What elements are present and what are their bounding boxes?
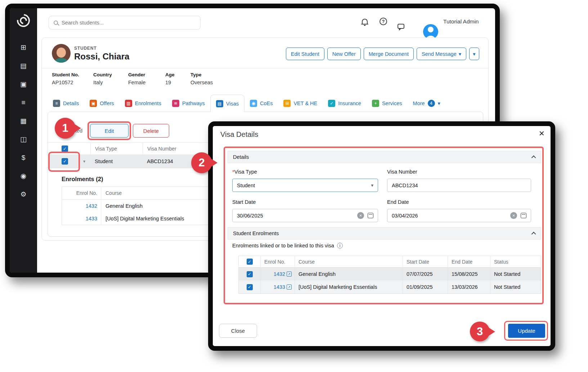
status-cell: Not Started <box>490 281 541 293</box>
send-message-button[interactable]: Send Message <box>417 48 466 60</box>
enrolments-section-header[interactable]: Student Enrolments <box>228 227 541 239</box>
student-name: Rossi, Chiara <box>74 51 129 62</box>
enrol-no-link[interactable]: 1433 <box>274 284 285 290</box>
info-label: Student No. <box>52 72 79 77</box>
tab-more[interactable]: More4 <box>408 95 446 112</box>
settings-icon[interactable]: ⚙ <box>19 191 28 198</box>
start-date-input[interactable]: 30/06/2025 × <box>232 209 378 222</box>
enrolments-section-title: Enrolments (2) <box>62 176 103 183</box>
col-start-date: Start Date <box>403 256 448 267</box>
insurance-tab-icon: ✓ <box>328 100 335 107</box>
calendar-icon[interactable] <box>368 213 373 218</box>
contacts-icon[interactable]: ▤ <box>19 62 28 70</box>
divider <box>42 68 488 68</box>
tab-visas[interactable]: ▤Visas <box>210 95 244 112</box>
annotation-step-2: 2 <box>191 152 212 173</box>
row-checkbox[interactable] <box>247 271 253 277</box>
tab-label: CoEs <box>260 100 273 106</box>
course-cell: General English <box>295 268 403 281</box>
row-expander-icon[interactable] <box>83 159 85 164</box>
screen: ⊞ ▤ ▣ ≡ ▦ ◫ $ ◉ ⚙ ? Tutorial Admin STUDE… <box>0 0 588 372</box>
info-gender: Gender Female <box>128 72 145 85</box>
update-button[interactable]: Update <box>508 324 545 338</box>
chat-icon[interactable] <box>398 24 404 29</box>
details-section-header[interactable]: Details <box>228 151 541 163</box>
info-value: Italy <box>93 80 112 85</box>
tab-insurance[interactable]: ✓Insurance <box>323 95 367 112</box>
external-link-icon[interactable] <box>287 272 292 277</box>
select-all-checkbox[interactable] <box>62 145 68 152</box>
help-icon[interactable]: ? <box>380 18 387 25</box>
visa-delete-button[interactable]: Delete <box>133 124 169 138</box>
edit-student-button[interactable]: Edit Student <box>286 48 324 60</box>
agents-icon[interactable]: ◉ <box>19 172 28 180</box>
info-type: Type Overseas <box>190 72 213 85</box>
collapse-chevron-icon[interactable] <box>531 155 536 160</box>
enrol-no-link[interactable]: 1432 <box>274 271 285 277</box>
tab-coes[interactable]: ◉CoEs <box>244 95 278 112</box>
more-actions-dropdown-button[interactable] <box>469 48 479 60</box>
chevron-down-icon <box>371 183 373 188</box>
documents-icon[interactable]: ▣ <box>19 80 28 88</box>
visa-edit-button[interactable]: Edit <box>90 124 129 138</box>
finance-icon[interactable]: $ <box>19 154 28 162</box>
search-input-field[interactable] <box>62 20 191 26</box>
close-button[interactable]: Close <box>219 324 257 338</box>
collapse-chevron-icon[interactable] <box>531 232 536 236</box>
row-checkbox[interactable] <box>247 284 253 290</box>
col-course: Course <box>295 256 403 267</box>
section-title: Details <box>233 154 249 160</box>
merge-document-label: Merge Document <box>369 51 409 57</box>
enrol-no-link[interactable]: 1433 <box>86 216 97 221</box>
merge-document-button[interactable]: Merge Document <box>364 48 414 60</box>
annotation-step-1: 1 <box>55 118 76 139</box>
enrol-no-link[interactable]: 1432 <box>86 203 97 209</box>
visa-number-input[interactable]: ABCD1234 <box>387 179 531 192</box>
visa-details-modal: Visa Details × Details *Visa Type Studen… <box>208 121 555 351</box>
col-end-date: End Date <box>448 256 490 267</box>
dashboard-icon[interactable]: ⊞ <box>19 44 28 51</box>
tab-services[interactable]: +Services <box>367 95 408 112</box>
info-label: Country <box>93 72 112 77</box>
end-date-input[interactable]: 03/04/2026 × <box>387 209 531 222</box>
briefcase-icon[interactable]: ◫ <box>19 135 28 143</box>
linked-enrolments-text: Enrolments linked or to be linked to thi… <box>232 243 343 248</box>
tab-pathways[interactable]: ≋Pathways <box>167 95 210 112</box>
col-visa-type: Visa Type <box>90 143 143 154</box>
table-row[interactable]: 1432 General English 07/07/2025 15/08/20… <box>239 268 541 281</box>
visa-number-value: ABCD1234 <box>392 183 418 188</box>
section-title: Student Enrolments <box>233 230 279 236</box>
close-icon[interactable]: × <box>539 128 544 139</box>
info-label: Gender <box>128 72 145 77</box>
chevron-down-icon <box>438 100 440 106</box>
tab-vet-he[interactable]: ⊞VET & HE <box>278 95 323 112</box>
status-cell: Not Started <box>490 268 541 281</box>
tab-offers[interactable]: ▣Offers <box>84 95 119 112</box>
visa-number-label: Visa Number <box>387 169 417 175</box>
user-avatar[interactable] <box>423 24 438 39</box>
tab-details[interactable]: ≡Details <box>48 95 84 112</box>
info-label: Age <box>165 72 175 77</box>
external-link-icon[interactable] <box>287 284 292 290</box>
tab-enrolments[interactable]: ▥Enrolments <box>120 95 167 112</box>
clear-icon[interactable]: × <box>357 212 364 219</box>
coes-tab-icon: ◉ <box>250 100 257 107</box>
info-icon[interactable]: i <box>337 243 343 248</box>
pathways-tab-icon: ≋ <box>172 100 179 107</box>
table-row[interactable]: 1433 [UoS] Digital Marketing Essentials … <box>239 281 541 293</box>
calendar-icon[interactable] <box>521 213 526 218</box>
row-checkbox[interactable] <box>62 158 68 165</box>
enrolments-tab-icon: ▥ <box>125 100 132 107</box>
select-all-checkbox[interactable] <box>247 259 253 265</box>
notifications-icon[interactable] <box>362 19 368 24</box>
student-tabs: ≡Details ▣Offers ▥Enrolments ≋Pathways ▤… <box>48 95 446 112</box>
search-input[interactable] <box>49 16 201 30</box>
info-value: Female <box>128 80 145 85</box>
clear-icon[interactable]: × <box>510 212 517 219</box>
new-offer-button[interactable]: New Offer <box>327 48 361 60</box>
send-message-label: Send Message <box>422 51 457 57</box>
reports-icon[interactable]: ▦ <box>19 117 28 125</box>
courses-icon[interactable]: ≡ <box>19 99 28 107</box>
user-name[interactable]: Tutorial Admin <box>443 18 479 25</box>
visa-type-select[interactable]: Student <box>232 179 378 192</box>
